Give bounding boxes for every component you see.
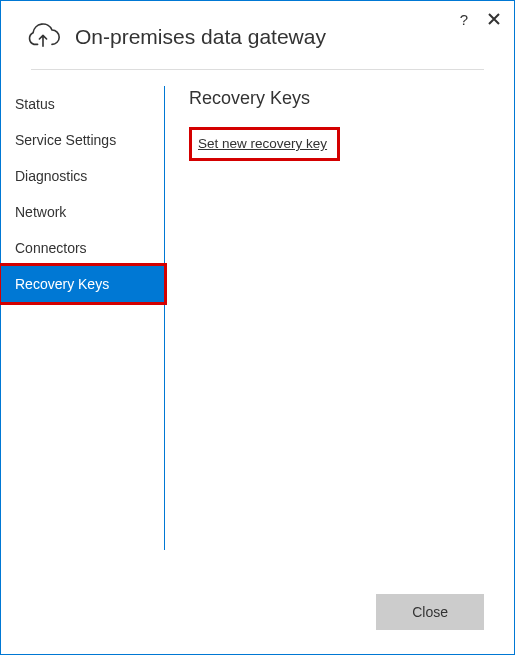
sidebar-item-status[interactable]: Status [1,86,164,122]
sidebar-item-diagnostics[interactable]: Diagnostics [1,158,164,194]
cloud-upload-icon [25,21,61,53]
sidebar-item-connectors[interactable]: Connectors [1,230,164,266]
help-button[interactable]: ? [454,9,474,29]
help-icon: ? [460,11,468,28]
window-title: On-premises data gateway [75,25,326,49]
set-new-recovery-key-link[interactable]: Set new recovery key [198,136,327,151]
footer: Close [376,594,484,630]
sidebar: Status Service Settings Diagnostics Netw… [1,70,164,550]
sidebar-item-label: Diagnostics [15,168,87,184]
sidebar-item-label: Network [15,204,66,220]
sidebar-item-service-settings[interactable]: Service Settings [1,122,164,158]
sidebar-item-label: Service Settings [15,132,116,148]
sidebar-item-label: Recovery Keys [15,276,109,292]
titlebar: On-premises data gateway [1,1,514,69]
highlight-box-sidebar: Recovery Keys [0,263,167,305]
close-icon [488,13,500,25]
sidebar-item-network[interactable]: Network [1,194,164,230]
close-window-button[interactable] [484,9,504,29]
window-controls: ? [454,9,504,29]
highlight-box-link: Set new recovery key [189,127,340,161]
sidebar-item-recovery-keys[interactable]: Recovery Keys [1,266,164,302]
close-button[interactable]: Close [376,594,484,630]
sidebar-item-label: Status [15,96,55,112]
main-panel: Recovery Keys Set new recovery key [165,70,514,550]
page-heading: Recovery Keys [189,88,490,109]
sidebar-item-label: Connectors [15,240,87,256]
body: Status Service Settings Diagnostics Netw… [1,70,514,550]
gateway-window: ? On-premises data gateway Status Servic… [0,0,515,655]
